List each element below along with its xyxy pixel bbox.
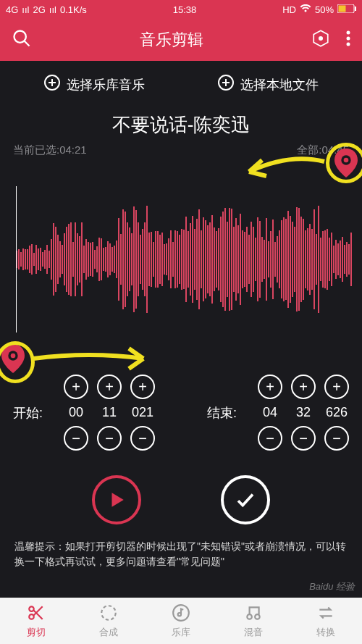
- svg-point-6: [319, 37, 322, 40]
- battery-icon: [337, 4, 356, 15]
- app-header: 音乐剪辑: [0, 19, 362, 61]
- battery-pct: 50%: [315, 4, 334, 15]
- scissors-icon: [27, 603, 46, 624]
- page-title: 音乐剪辑: [140, 29, 203, 51]
- status-bar: 4G ııl 2G ııl 0.1K/s 15:38 HD 50%: [0, 0, 362, 19]
- end-ss-plus[interactable]: +: [291, 375, 316, 399]
- nav-library-label: 乐库: [172, 626, 190, 639]
- end-time-group: 结束: + 04 − + 32 − + 626 −: [207, 375, 349, 451]
- hint-text: 温馨提示：如果打开剪切器的时候出现了"未知错误"或者崩溃情况，可以转换一下格式再…: [0, 535, 362, 574]
- start-mm-minus[interactable]: −: [64, 426, 88, 451]
- end-mm-plus[interactable]: +: [258, 375, 282, 399]
- signal-icon-2: ııl: [49, 4, 56, 15]
- annotation-arrow-end: [246, 150, 326, 186]
- select-local-button[interactable]: 选择本地文件: [217, 74, 319, 95]
- more-icon[interactable]: [346, 30, 350, 50]
- end-label: 结束:: [207, 404, 249, 422]
- waveform[interactable]: [16, 191, 353, 328]
- end-ss-minus[interactable]: −: [291, 426, 316, 451]
- plus-circle-icon: [217, 74, 235, 95]
- annotation-arrow-start: [32, 344, 148, 373]
- svg-line-4: [25, 41, 30, 46]
- music-icon: [172, 603, 190, 624]
- svg-point-7: [347, 31, 350, 35]
- start-mm-plus[interactable]: +: [64, 375, 88, 399]
- svg-point-3: [14, 31, 26, 43]
- bottom-nav: 剪切 合成 乐库 混音 转换: [0, 598, 362, 644]
- clock: 15:38: [173, 4, 197, 15]
- merge-icon: [99, 603, 118, 624]
- plus-circle-icon: [43, 74, 61, 95]
- action-row: [0, 453, 362, 535]
- mix-icon: [244, 603, 263, 624]
- svg-point-27: [255, 614, 260, 619]
- nav-mix[interactable]: 混音: [217, 598, 290, 644]
- selected-time: 当前已选:04:21: [13, 143, 87, 157]
- nav-library[interactable]: 乐库: [145, 598, 217, 644]
- svg-point-24: [101, 606, 116, 620]
- svg-point-8: [347, 37, 350, 41]
- select-library-label: 选择乐库音乐: [67, 76, 145, 93]
- svg-rect-1: [355, 7, 356, 11]
- end-ss: 32: [296, 405, 311, 420]
- start-ss: 11: [102, 405, 117, 420]
- nav-mix-label: 混音: [244, 626, 263, 639]
- select-library-button[interactable]: 选择乐库音乐: [43, 74, 145, 95]
- confirm-button[interactable]: [221, 475, 270, 524]
- start-time-group: 开始: + 00 − + 11 − + 021 −: [13, 375, 155, 451]
- start-ss-plus[interactable]: +: [97, 375, 122, 399]
- wifi-icon: [300, 4, 311, 15]
- end-ms: 626: [326, 405, 348, 420]
- nav-convert-label: 转换: [316, 626, 335, 639]
- start-mm: 00: [69, 405, 83, 420]
- nav-merge-label: 合成: [99, 626, 118, 639]
- nav-merge[interactable]: 合成: [72, 598, 145, 644]
- cube-icon[interactable]: [311, 29, 330, 51]
- nav-cut[interactable]: 剪切: [0, 598, 72, 644]
- play-button[interactable]: [92, 475, 141, 524]
- convert-icon: [316, 603, 335, 624]
- start-ss-minus[interactable]: −: [97, 426, 122, 451]
- annotation-circle-end: [326, 143, 362, 183]
- net-speed: 0.1K/s: [60, 4, 87, 15]
- start-ms-plus[interactable]: +: [130, 375, 155, 399]
- select-local-label: 选择本地文件: [240, 76, 319, 93]
- svg-rect-2: [339, 5, 346, 12]
- svg-point-9: [347, 43, 350, 46]
- song-title: 不要说话-陈奕迅: [0, 108, 362, 143]
- hd-label: HD: [282, 4, 296, 15]
- waveform-area[interactable]: [0, 191, 362, 328]
- watermark: Baidu 经验: [309, 580, 355, 593]
- start-label: 开始:: [13, 404, 55, 422]
- start-ms-minus[interactable]: −: [130, 426, 155, 451]
- end-mm: 04: [263, 405, 277, 420]
- end-mm-minus[interactable]: −: [258, 426, 282, 451]
- source-row: 选择乐库音乐 选择本地文件: [0, 61, 362, 108]
- time-controls: 开始: + 00 − + 11 − + 021 − 结束: + 04: [0, 367, 362, 453]
- nav-convert[interactable]: 转换: [290, 598, 362, 644]
- network-4g: 4G: [6, 4, 18, 15]
- signal-icon: ııl: [22, 4, 29, 15]
- start-ms: 021: [132, 405, 153, 420]
- end-ms-plus[interactable]: +: [324, 375, 349, 399]
- svg-point-26: [247, 614, 252, 619]
- network-2g: 2G: [33, 4, 45, 15]
- nav-cut-label: 剪切: [27, 626, 46, 639]
- playhead[interactable]: [16, 186, 17, 333]
- search-icon[interactable]: [12, 28, 32, 51]
- end-ms-minus[interactable]: −: [324, 426, 349, 451]
